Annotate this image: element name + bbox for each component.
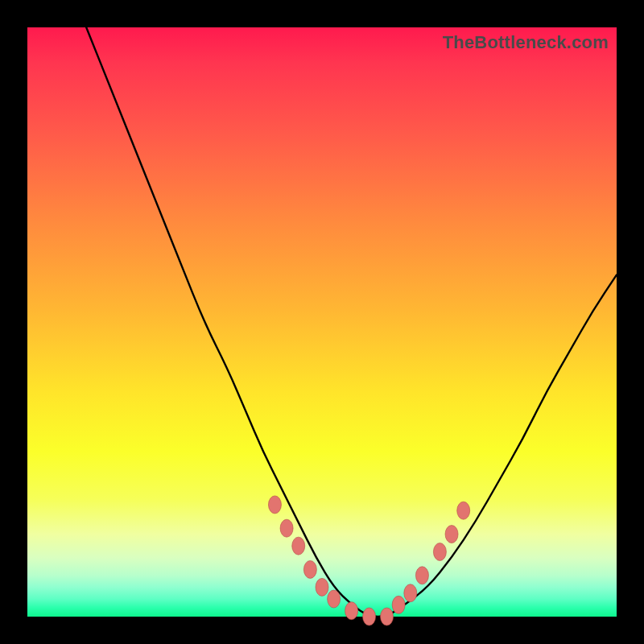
curve-marker bbox=[433, 543, 446, 560]
chart-frame: TheBottleneck.com bbox=[0, 0, 644, 644]
curve-marker bbox=[316, 578, 328, 596]
curve-marker bbox=[328, 590, 341, 608]
curve-marker bbox=[280, 519, 293, 537]
curve-marker bbox=[404, 584, 417, 602]
curve-marker bbox=[392, 596, 405, 613]
curve-marker bbox=[363, 608, 376, 625]
curve-marker bbox=[268, 496, 281, 514]
curve-marker bbox=[381, 608, 394, 625]
curve-marker bbox=[415, 567, 428, 584]
curve-marker bbox=[457, 502, 470, 519]
curve-layer bbox=[27, 27, 617, 617]
curve-marker bbox=[292, 537, 305, 555]
curve-marker bbox=[303, 560, 316, 578]
bottleneck-curve bbox=[86, 27, 617, 617]
curve-marker bbox=[445, 526, 458, 543]
plot-area: TheBottleneck.com bbox=[27, 27, 617, 617]
curve-markers bbox=[268, 496, 469, 625]
curve-marker bbox=[345, 602, 358, 620]
